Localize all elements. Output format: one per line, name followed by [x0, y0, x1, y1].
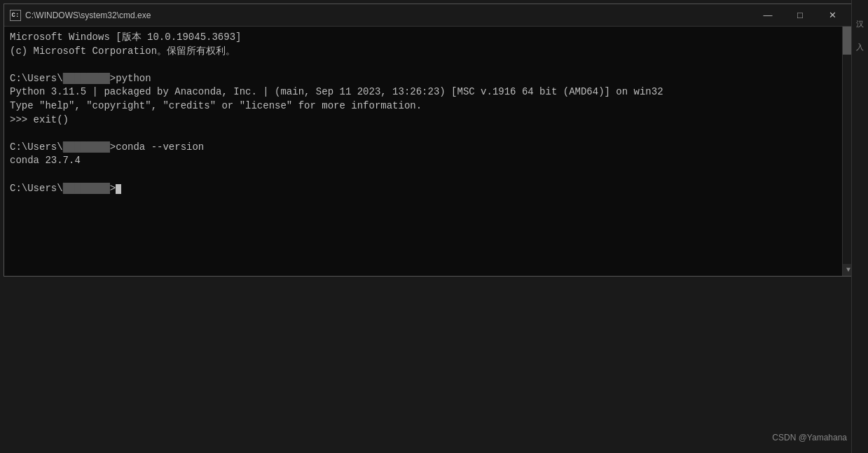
cmd-window: C: C:\WINDOWS\system32\cmd.exe — □ ✕ Mic… [4, 4, 855, 277]
console-line-7: >>> exit() [10, 113, 848, 127]
redacted-username-1: ████████ [63, 73, 110, 84]
redacted-username-2: ████████ [63, 141, 110, 153]
console-line-10: conda 23.7.4 [10, 154, 848, 168]
console-line-3 [10, 58, 848, 72]
window-title: C:\WINDOWS\system32\cmd.exe [25, 11, 151, 20]
console-line-4: C:\Users\████████>python [10, 72, 848, 86]
cmd-icon: C: [10, 10, 21, 21]
close-button[interactable]: ✕ [816, 4, 848, 27]
page-sidebar: 汉 入 [851, 0, 868, 453]
console-line-8 [10, 127, 848, 141]
title-bar: C: C:\WINDOWS\system32\cmd.exe — □ ✕ [4, 4, 854, 27]
sidebar-char-2[interactable]: 入 [852, 28, 869, 45]
console-line-9: C:\Users\████████>conda --version [10, 141, 848, 155]
watermark: CSDN @Yamahana [772, 433, 847, 442]
console-line-11 [10, 168, 848, 182]
title-left: C: C:\WINDOWS\system32\cmd.exe [10, 10, 151, 21]
title-buttons: — □ ✕ [752, 4, 848, 27]
console-line-6: Type "help", "copyright", "credits" or "… [10, 99, 848, 113]
sidebar-char-1[interactable]: 汉 [852, 6, 869, 22]
console-line-5: Python 3.11.5 | packaged by Anaconda, In… [10, 85, 848, 99]
console-line-2: (c) Microsoft Corporation。保留所有权利。 [10, 45, 848, 59]
cursor [116, 184, 121, 194]
console-line-12: C:\Users\████████> [10, 182, 848, 196]
console-line-1: Microsoft Windows [版本 10.0.19045.3693] [10, 31, 848, 45]
minimize-button[interactable]: — [752, 4, 784, 27]
redacted-username-3: ████████ [63, 183, 110, 194]
console-body[interactable]: Microsoft Windows [版本 10.0.19045.3693] (… [4, 27, 854, 276]
maximize-button[interactable]: □ [784, 4, 816, 27]
